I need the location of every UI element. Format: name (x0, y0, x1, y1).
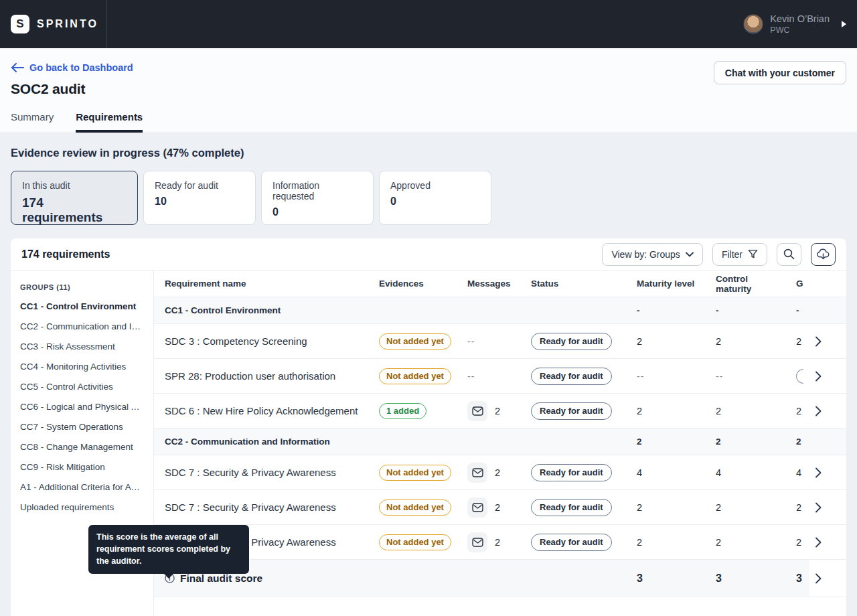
back-to-dashboard-link[interactable]: Go back to Dashboard (11, 62, 133, 73)
chevron-right-icon[interactable] (815, 537, 822, 548)
mail-icon[interactable] (467, 401, 487, 421)
table-header-row: Requirement name Evidences Messages Stat… (154, 271, 846, 297)
sidebar-item-cc2[interactable]: CC2 - Communication and Inf... (20, 321, 144, 331)
chevron-right-icon[interactable] (815, 371, 822, 382)
row-actions-cell (809, 394, 846, 428)
caret-right-icon[interactable] (842, 21, 846, 27)
chevron-right-icon[interactable] (815, 406, 822, 416)
control-maturity-cell: 3 (705, 560, 785, 597)
row-actions-cell (809, 560, 846, 597)
requirement-row[interactable]: SDC 7 : Security & Privacy AwarenessNot … (154, 490, 846, 525)
stat-card-value: 10 (155, 196, 244, 208)
value: 2 (637, 406, 642, 416)
value: - (716, 305, 719, 315)
row-actions-cell (809, 429, 846, 455)
stat-card-approved[interactable]: Approved0 (379, 171, 491, 225)
control-maturity-cell: -- (705, 359, 785, 393)
messages-cell (457, 560, 520, 597)
tab-requirements[interactable]: Requirements (76, 111, 143, 133)
requirement-row[interactable]: SDC 3 : Competency ScreeningNot added ye… (154, 324, 846, 359)
col-maturity-level: Maturity level (626, 271, 705, 297)
sidebar-item-cc6[interactable]: CC6 - Logical and Physical Ac... (20, 402, 144, 412)
messages-cell: 2 (457, 394, 520, 428)
value: - (796, 305, 799, 315)
final-score-row[interactable]: Final audit score333 (154, 560, 846, 597)
control-maturity-cell: - (705, 297, 785, 323)
sidebar-item-cc5[interactable]: CC5 - Control Activities (20, 382, 144, 392)
group-row: CC2 - Communication and Information222 (154, 429, 846, 455)
evidence-badge-not-added: Not added yet (379, 368, 451, 384)
stat-card-information-requested[interactable]: Information requested0 (261, 171, 374, 225)
maturity-level-cell: 2 (626, 429, 705, 455)
sidebar-item-cc9[interactable]: CC9 - Risk Mitigation (20, 462, 144, 472)
user-name: Kevin O’Brian (770, 13, 830, 24)
requirement-name: SDC 7 : Security & Privacy Awareness (165, 502, 336, 513)
col-control-maturity: Control maturity (705, 271, 785, 297)
user-menu[interactable]: Kevin O’Brian PWC (743, 13, 857, 35)
chevron-right-icon[interactable] (815, 502, 822, 513)
mail-icon[interactable] (467, 532, 487, 552)
search-button[interactable] (777, 243, 801, 266)
stat-card-ready-for-audit[interactable]: Ready for audit10 (143, 171, 256, 225)
requirement-name-cell: SDC 6 : New Hire Policy Acknowledgement (154, 394, 368, 428)
page-header: Go back to Dashboard SOC2 audit Chat wit… (0, 48, 857, 133)
maturity-level-cell: -- (626, 359, 705, 393)
maturity-level-cell: 2 (626, 490, 705, 524)
messages-cell: -- (457, 359, 520, 393)
view-by-dropdown[interactable]: View by: Groups (602, 243, 702, 266)
user-avatar[interactable] (743, 14, 763, 34)
sidebar-item-cc8[interactable]: CC8 - Change Management (20, 442, 144, 452)
requirement-name-cell: SPR 28: Production user authorisation (154, 359, 368, 393)
sidebar-item-cc7[interactable]: CC7 - System Operations (20, 422, 144, 432)
filter-button[interactable]: Filter (712, 243, 767, 266)
chevron-right-icon[interactable] (815, 573, 822, 584)
status-badge: Ready for audit (531, 333, 612, 350)
requirement-name: CC2 - Communication and Information (165, 437, 330, 447)
sidebar-item-uploaded[interactable]: Uploaded requirements (20, 502, 144, 512)
maturity-level-cell: 2 (626, 525, 705, 559)
requirement-name-cell: SDC 7 : Security & Privacy Awareness (154, 455, 368, 489)
requirement-row[interactable]: SDC 6 : New Hire Policy Acknowledgement1… (154, 394, 846, 429)
stat-card-label: Ready for audit (155, 180, 244, 191)
row-actions-cell (809, 525, 846, 559)
status-cell: Ready for audit (520, 490, 626, 524)
tabs: Summary Requirements (11, 111, 846, 133)
status-cell: Ready for audit (520, 525, 626, 559)
value: 3 (796, 572, 802, 585)
value: 2 (716, 502, 721, 513)
topbar: S SPRINTO Kevin O’Brian PWC (0, 0, 857, 48)
requirements-grid: Requirement name Evidences Messages Stat… (154, 271, 846, 616)
value: 2 (637, 502, 642, 513)
cloud-download-icon (817, 248, 830, 260)
status-badge: Ready for audit (531, 499, 612, 516)
stat-card-in-this-audit[interactable]: In this audit174 requirements (11, 171, 138, 225)
requirement-row[interactable]: SDC 7 : Security & Privacy AwarenessNot … (154, 455, 846, 490)
mail-icon[interactable] (467, 497, 487, 518)
value: 2 (796, 406, 801, 416)
back-link-label: Go back to Dashboard (29, 62, 133, 73)
group-maturity-cell: 3 (785, 560, 809, 597)
chevron-down-icon (686, 252, 694, 257)
download-button[interactable] (811, 243, 836, 266)
chat-with-customer-button[interactable]: Chat with your customer (714, 61, 846, 84)
value: 2 (796, 437, 801, 447)
chevron-right-icon[interactable] (815, 336, 822, 347)
sidebar-item-a1[interactable]: A1 - Additional Criteria for Avai... (20, 482, 144, 492)
requirement-name-cell: SDC 3 : Competency Screening (154, 324, 368, 358)
chevron-right-icon[interactable] (815, 467, 822, 478)
status-cell: Ready for audit (520, 394, 626, 428)
tab-summary[interactable]: Summary (11, 111, 54, 133)
requirement-row[interactable]: SPR 28: Production user authorisationNot… (154, 359, 846, 394)
sidebar-item-cc3[interactable]: CC3 - Risk Assessment (20, 341, 144, 352)
control-maturity-cell: 2 (705, 324, 785, 358)
value: 2 (796, 336, 801, 347)
requirement-name: CC1 - Control Environment (165, 305, 281, 315)
value: 2 (716, 537, 721, 548)
value: 3 (716, 572, 722, 585)
mail-icon[interactable] (467, 463, 487, 483)
sidebar-item-cc1[interactable]: CC1 - Control Environment (20, 301, 144, 311)
group-maturity-cell: 2 (785, 525, 809, 559)
requirement-row[interactable]: SDC 7 : Security & Privacy AwarenessNot … (154, 525, 846, 560)
sidebar-item-cc4[interactable]: CC4 - Monitoring Activities (20, 362, 144, 372)
status-cell: Ready for audit (520, 324, 626, 358)
